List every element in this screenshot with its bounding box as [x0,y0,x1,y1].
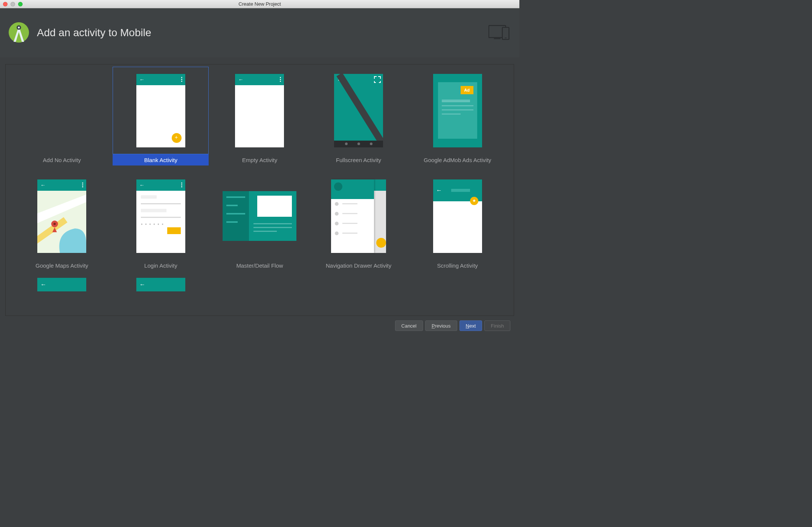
overflow-menu-icon [280,77,281,82]
content-area: Add No Activity←Blank Activity←Empty Act… [0,57,519,316]
ad-badge: Ad [461,86,473,94]
form-factor-icon [488,24,513,42]
back-arrow-icon: ← [238,77,243,83]
back-arrow-icon: ← [436,187,442,194]
activity-template-none[interactable]: Add No Activity [12,67,111,172]
appbar: ← [136,74,185,85]
template-preview: Ad [409,67,505,154]
activity-template-masterdetail[interactable]: Master/Detail Flow [210,172,309,278]
login-submit-icon [167,227,181,234]
fab-icon [172,133,182,143]
back-arrow-icon: ← [40,182,46,188]
template-preview: ← [311,67,407,154]
template-label: Google Maps Activity [14,260,110,271]
expand-icon [374,76,381,83]
cancel-button[interactable]: Cancel [395,320,423,331]
template-label: Navigation Drawer Activity [311,260,407,271]
wizard-footer: Cancel Previous Next Finish [0,316,519,336]
overflow-menu-icon [181,77,182,82]
template-preview: ← [212,67,308,154]
page-title: Add an activity to Mobile [37,27,151,39]
activity-template-scrolling[interactable]: ←★Scrolling Activity [408,172,507,278]
template-preview [311,172,407,260]
template-preview: ← [14,172,110,260]
svg-point-1 [18,27,20,29]
svg-rect-5 [505,38,507,38]
overflow-menu-icon [181,182,182,187]
android-studio-logo-icon [7,21,31,45]
overflow-menu-icon [82,182,83,187]
back-arrow-icon: ← [40,281,46,288]
appbar: ← [235,74,284,85]
next-button[interactable]: Next [459,320,482,331]
activity-template-fullscreen[interactable]: ←Fullscreen Activity [309,67,408,172]
nav-bar-icon [334,141,383,147]
appbar: ← [37,179,86,191]
activity-template-empty[interactable]: ←Empty Activity [210,67,309,172]
avatar-icon [334,182,342,191]
svg-point-8 [53,223,56,225]
template-label: Empty Activity [212,154,308,165]
activity-template-maps[interactable]: ←Google Maps Activity [12,172,111,278]
svg-rect-3 [494,38,501,39]
back-arrow-icon: ← [139,281,145,288]
appbar: ← [136,179,185,191]
template-grid: Add No Activity←Blank Activity←Empty Act… [12,67,507,298]
star-fab-icon: ★ [470,197,478,205]
activity-template-admob[interactable]: AdGoogle AdMob Ads Activity [408,67,507,172]
template-label: Google AdMob Ads Activity [409,154,505,165]
template-label: Login Activity [113,260,209,271]
template-label: Master/Detail Flow [212,260,308,271]
template-preview: ←● ● ● ● ● ● [113,172,209,260]
template-preview: ← [113,67,209,154]
titlebar: Create New Project [0,0,519,8]
fab-icon [376,238,386,248]
back-arrow-icon: ← [139,182,145,188]
activity-template-partial[interactable]: ← [111,278,211,298]
previous-button[interactable]: Previous [425,320,457,331]
window-title: Create New Project [0,1,519,7]
finish-button: Finish [484,320,510,331]
template-preview: ←★ [409,172,505,260]
template-label: Add No Activity [14,154,110,165]
activity-template-navdrawer[interactable]: Navigation Drawer Activity [309,172,408,278]
activity-template-partial[interactable]: ← [12,278,111,298]
template-preview [212,172,308,260]
template-label: Scrolling Activity [409,260,505,271]
template-label: Fullscreen Activity [311,154,407,165]
svg-rect-4 [502,28,509,40]
template-preview [14,67,110,154]
activity-template-login[interactable]: ←● ● ● ● ● ●Login Activity [111,172,211,278]
wizard-header: Add an activity to Mobile [0,8,519,57]
back-arrow-icon: ← [139,77,145,83]
activity-template-blank[interactable]: ←Blank Activity [111,67,211,172]
template-label: Blank Activity [113,154,209,165]
template-scroll-region[interactable]: Add No Activity←Blank Activity←Empty Act… [5,64,514,316]
